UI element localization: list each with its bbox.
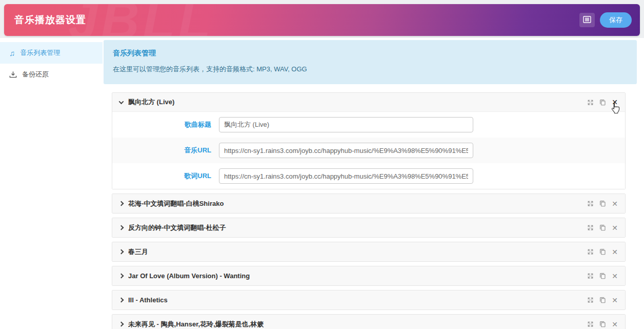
music-url-label: 音乐URL	[112, 146, 219, 155]
expand-arrows-icon[interactable]	[587, 321, 594, 327]
list-icon	[583, 16, 591, 25]
copy-icon[interactable]	[599, 248, 606, 255]
sidebar-item-label: 备份还原	[22, 70, 49, 79]
chevron-right-icon	[119, 201, 124, 206]
expand-arrows-icon[interactable]	[587, 224, 594, 231]
music-item-title: 飘向北方 (Live)	[128, 98, 587, 107]
page-body: ♫ 音乐列表管理 备份还原 音乐列表管理 在这里可以管理您的音乐列表，支持的音频…	[0, 38, 644, 329]
music-item-header[interactable]: 反方向的钟-中文填词翻唱-杜松子 ✕	[112, 218, 625, 237]
song-title-label: 歌曲标题	[112, 120, 219, 129]
field-row-title: 歌曲标题	[112, 112, 625, 138]
playlist-toggle-button[interactable]	[579, 13, 595, 27]
copy-icon[interactable]	[599, 99, 606, 106]
close-icon[interactable]: ✕	[612, 99, 618, 106]
music-item-title: 反方向的钟-中文填词翻唱-杜松子	[128, 223, 587, 233]
copy-icon[interactable]	[599, 273, 606, 279]
copy-icon[interactable]	[599, 200, 606, 207]
music-item: III - Athletics ✕	[112, 290, 626, 310]
music-item-header[interactable]: 春三月 ✕	[112, 242, 625, 261]
item-tools: ✕	[587, 200, 618, 207]
music-item-expanded: 飘向北方 (Live) ✕	[112, 92, 626, 189]
expand-arrows-icon[interactable]	[587, 99, 594, 106]
item-tools: ✕	[587, 273, 618, 280]
expand-arrows-icon[interactable]	[587, 297, 594, 303]
music-item-header[interactable]: 未来再见 - 陶典,Hanser,花玲,爆裂菊是也,林簌 ✕	[112, 315, 625, 329]
item-tools: ✕	[587, 99, 618, 106]
save-button[interactable]: 保存	[600, 12, 632, 28]
item-tools: ✕	[587, 297, 618, 304]
copy-icon[interactable]	[599, 321, 606, 327]
music-list: 飘向北方 (Live) ✕	[112, 92, 626, 329]
lyric-url-input[interactable]	[219, 168, 473, 184]
info-panel: 音乐列表管理 在这里可以管理您的音乐列表，支持的音频格式: MP3, WAV, …	[104, 40, 637, 84]
lyric-url-label: 歌词URL	[112, 171, 219, 181]
music-item: Jar Of Love (Album Version) - Wanting ✕	[112, 266, 626, 286]
chevron-right-icon	[119, 274, 124, 279]
page-title: 音乐播放器设置	[14, 13, 86, 27]
music-url-input[interactable]	[219, 143, 473, 158]
info-panel-title: 音乐列表管理	[113, 49, 628, 58]
item-tools: ✕	[587, 248, 618, 256]
close-icon[interactable]: ✕	[612, 200, 618, 207]
download-restore-icon	[9, 71, 17, 79]
field-row-music-url: 音乐URL	[112, 138, 625, 163]
music-item-title: 花海-中文填词翻唱-白桃Shirako	[128, 199, 587, 208]
sidebar-item-music-list[interactable]: ♫ 音乐列表管理	[0, 42, 103, 64]
app-header: JBLL 音乐播放器设置 保存	[4, 4, 640, 36]
expand-arrows-icon[interactable]	[587, 200, 594, 207]
info-panel-description: 在这里可以管理您的音乐列表，支持的音频格式: MP3, WAV, OGG	[113, 65, 628, 74]
field-row-lyric-url: 歌词URL	[112, 163, 625, 189]
close-icon[interactable]: ✕	[612, 224, 618, 231]
music-item-title: 春三月	[128, 247, 587, 257]
expand-arrows-icon[interactable]	[587, 273, 594, 279]
chevron-right-icon	[119, 225, 124, 230]
header-watermark: JBLL	[68, 4, 214, 36]
music-item-title: III - Athletics	[128, 296, 587, 304]
close-icon[interactable]: ✕	[612, 321, 618, 328]
music-item-title: 未来再见 - 陶典,Hanser,花玲,爆裂菊是也,林簌	[128, 320, 587, 329]
item-tools: ✕	[587, 321, 618, 328]
chevron-right-icon	[119, 298, 124, 303]
item-tools: ✕	[587, 224, 618, 231]
close-icon[interactable]: ✕	[612, 273, 618, 280]
sidebar-item-label: 音乐列表管理	[20, 48, 60, 57]
copy-icon[interactable]	[599, 224, 606, 231]
music-item-form: 歌曲标题 音乐URL 歌词URL	[112, 112, 625, 189]
song-title-input[interactable]	[219, 117, 473, 132]
music-item-header[interactable]: III - Athletics ✕	[112, 291, 625, 309]
close-icon[interactable]: ✕	[612, 248, 618, 256]
music-item-header[interactable]: 飘向北方 (Live) ✕	[112, 93, 625, 112]
chevron-down-icon	[119, 99, 124, 104]
copy-icon[interactable]	[599, 297, 606, 303]
chevron-right-icon	[119, 249, 124, 255]
music-note-icon: ♫	[9, 49, 15, 57]
sidebar-item-backup-restore[interactable]: 备份还原	[0, 64, 103, 85]
music-item-header[interactable]: Jar Of Love (Album Version) - Wanting ✕	[112, 266, 625, 285]
expand-arrows-icon[interactable]	[587, 248, 594, 255]
music-item: 花海-中文填词翻唱-白桃Shirako ✕	[112, 193, 626, 214]
chevron-right-icon	[119, 322, 124, 327]
music-item: 反方向的钟-中文填词翻唱-杜松子 ✕	[112, 218, 626, 238]
music-item: 春三月 ✕	[112, 242, 626, 262]
close-icon[interactable]: ✕	[612, 297, 618, 304]
music-item: 未来再见 - 陶典,Hanser,花玲,爆裂菊是也,林簌 ✕	[112, 314, 626, 329]
header-actions: 保存	[579, 12, 632, 28]
music-item-title: Jar Of Love (Album Version) - Wanting	[128, 272, 587, 280]
main-content: 音乐列表管理 在这里可以管理您的音乐列表，支持的音频格式: MP3, WAV, …	[103, 38, 644, 329]
music-item-header[interactable]: 花海-中文填词翻唱-白桃Shirako ✕	[112, 194, 625, 213]
sidebar: ♫ 音乐列表管理 备份还原	[0, 38, 103, 329]
